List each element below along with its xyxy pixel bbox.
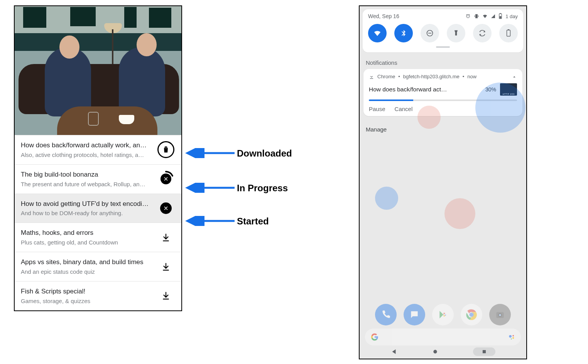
svg-point-13	[470, 313, 473, 316]
figure-root: How does back/forward actually work, an……	[0, 0, 588, 364]
download-icon[interactable]	[161, 262, 171, 272]
dock-phone-icon[interactable]	[375, 304, 397, 325]
episode-row[interactable]: Fish & Scripts special!Games, storage, &…	[15, 281, 181, 310]
annotation-label-started: Started	[237, 216, 269, 227]
episode-text: How to avoid getting UTF'd by text encod…	[21, 199, 153, 217]
episode-title: The big build-tool bonanza	[21, 170, 153, 179]
svg-rect-8	[507, 30, 510, 36]
episode-title: Fish & Scripts special!	[21, 287, 153, 296]
svg-point-19	[512, 337, 514, 339]
home-search-bar[interactable]	[365, 329, 521, 345]
download-icon[interactable]	[161, 291, 171, 301]
status-battery-label: 1 day	[505, 13, 518, 19]
episode-row[interactable]: Maths, hooks, and errorsPlus cats, getti…	[15, 222, 181, 252]
home-dock	[360, 304, 526, 325]
annotation-arrow	[184, 216, 235, 226]
episode-hero-image	[15, 6, 181, 135]
episode-action	[157, 233, 175, 243]
episode-text: Fish & Scripts special!Games, storage, &…	[21, 287, 153, 305]
annotation-label-inprogress: In Progress	[237, 183, 288, 194]
android-nav-bar	[360, 346, 526, 357]
cell-signal-icon	[491, 13, 495, 19]
notif-action-pause[interactable]: Pause	[369, 106, 385, 112]
episode-action	[157, 202, 175, 214]
notifications-section-label: Notifications	[366, 59, 520, 66]
chevron-up-icon[interactable]	[512, 74, 517, 79]
shade-drag-handle[interactable]	[436, 46, 450, 48]
episode-list: How does back/forward actually work, an……	[15, 135, 181, 310]
notif-time: now	[467, 74, 476, 79]
assistant-icon	[508, 333, 515, 341]
notification-card[interactable]: Chrome • bgfetch-http203.glitch.me • now…	[363, 69, 522, 116]
svg-point-20	[511, 339, 512, 340]
episode-title: How does back/forward actually work, an…	[21, 141, 153, 150]
cancel-download-icon[interactable]	[160, 202, 172, 214]
episode-row[interactable]: Apps vs sites, binary data, and build ti…	[15, 252, 181, 281]
toggle-bluetooth[interactable]	[394, 24, 413, 42]
notif-origin: bgfetch-http203.glitch.me	[403, 74, 460, 79]
quick-settings-shade[interactable]: Wed, Sep 16 1 day	[363, 9, 523, 52]
download-icon	[369, 74, 374, 79]
annotation-arrow	[184, 148, 235, 158]
episode-action	[157, 141, 175, 158]
dock-play-store-icon[interactable]	[432, 304, 454, 325]
episode-title: Maths, hooks, and errors	[21, 228, 153, 238]
dock-camera-icon[interactable]	[489, 304, 511, 325]
cancel-download-inprogress-icon[interactable]	[157, 170, 174, 187]
episode-row[interactable]: How to avoid getting UTF'd by text encod…	[15, 194, 181, 223]
episode-subtitle: And an epic status code quiz	[21, 268, 153, 276]
svg-rect-4	[500, 13, 501, 14]
nav-home-icon[interactable]	[432, 349, 438, 355]
episode-row[interactable]: How does back/forward actually work, an……	[15, 135, 181, 164]
annotation-arrow	[184, 183, 235, 193]
episode-action	[157, 291, 175, 301]
toggle-battery-saver[interactable]	[499, 24, 518, 42]
toggle-flashlight[interactable]	[447, 24, 465, 42]
episode-text: Apps vs sites, binary data, and build ti…	[21, 258, 153, 276]
alarm-icon	[465, 13, 471, 19]
episode-subtitle: And how to be DOM-ready for anything.	[21, 209, 153, 217]
download-icon[interactable]	[161, 233, 171, 243]
notif-title: How does back/forward act…	[369, 86, 482, 93]
episode-subtitle: Plus cats, getting old, and Countdown	[21, 238, 153, 246]
svg-rect-22	[483, 350, 486, 353]
episode-subtitle: Games, storage, & quizzes	[21, 297, 153, 305]
annotation-label-downloaded: Downloaded	[237, 148, 292, 159]
toggle-wifi[interactable]	[368, 24, 387, 42]
svg-point-18	[512, 335, 514, 337]
wifi-icon	[482, 13, 488, 19]
toggle-dnd[interactable]	[421, 24, 439, 42]
episode-text: How does back/forward actually work, an……	[21, 141, 153, 159]
nav-back-icon[interactable]	[390, 348, 397, 355]
manage-notifications-button[interactable]: Manage	[366, 126, 520, 133]
svg-rect-7	[428, 33, 431, 34]
episode-title: How to avoid getting UTF'd by text encod…	[21, 199, 153, 209]
episode-text: Maths, hooks, and errorsPlus cats, getti…	[21, 228, 153, 246]
notif-percent: 30%	[485, 86, 496, 93]
toggle-autorotate[interactable]	[473, 24, 492, 42]
svg-point-16	[499, 314, 501, 316]
app-panel: How does back/forward actually work, an……	[14, 5, 182, 311]
status-icons: 1 day	[465, 13, 518, 19]
episode-subtitle: Also, active clothing protocols, hotel r…	[21, 151, 153, 159]
notif-thumbnail: HTTP 203	[500, 83, 517, 96]
notif-action-cancel[interactable]: Cancel	[395, 106, 413, 112]
quick-toggle-row	[368, 24, 518, 42]
episode-action	[157, 262, 175, 272]
svg-point-21	[433, 350, 437, 353]
episode-row[interactable]: The big build-tool bonanzaThe present an…	[15, 164, 181, 194]
svg-rect-5	[500, 16, 502, 19]
episode-action	[157, 170, 175, 187]
nav-recents-icon[interactable]	[473, 347, 495, 356]
google-g-icon	[370, 333, 379, 341]
dock-chrome-icon[interactable]	[461, 304, 482, 325]
battery-icon	[498, 13, 502, 19]
notif-progress-bar	[369, 99, 517, 101]
vibrate-icon	[474, 13, 479, 19]
dock-messages-icon[interactable]	[404, 304, 425, 325]
status-date: Wed, Sep 16	[368, 13, 399, 19]
episode-subtitle: The present and future of webpack, Rollu…	[21, 180, 153, 188]
episode-title: Apps vs sites, binary data, and build ti…	[21, 258, 153, 267]
phone-panel: Wed, Sep 16 1 day Notific	[359, 5, 527, 359]
trash-icon[interactable]	[157, 141, 174, 158]
